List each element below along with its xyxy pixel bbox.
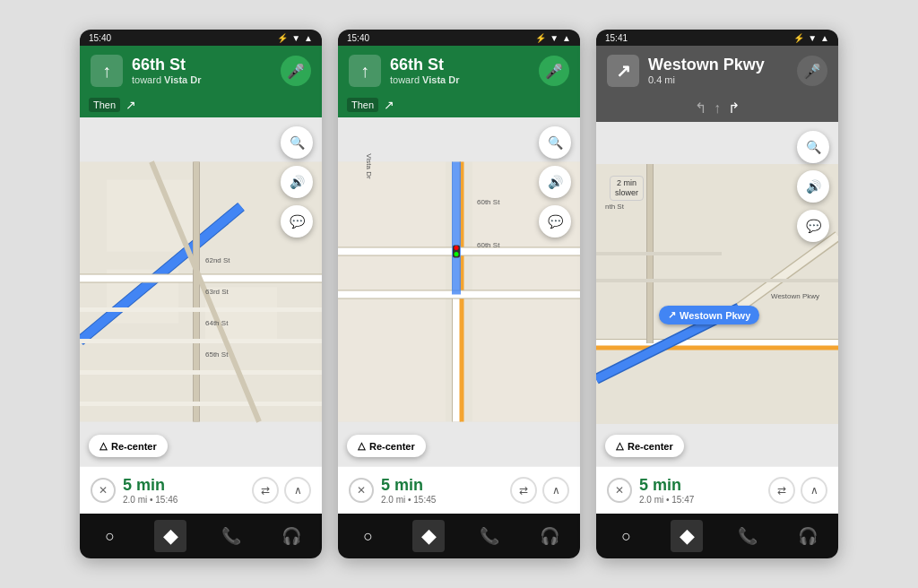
phone-btn-2[interactable]: 📞 (473, 520, 506, 552)
system-nav-2: ○ ◆ 📞 🎧 (338, 514, 580, 558)
label-60th-b: 60th St (477, 241, 499, 249)
mic-icon-2: 🎤 (545, 63, 563, 80)
street-name-3: Westown Pkwy (648, 56, 788, 74)
volume-btn-3[interactable]: 🔊 (797, 170, 829, 203)
label-63rd: 63rd St (205, 288, 229, 296)
direction-arrow-2: ↑ (360, 61, 369, 82)
then-bar-2: Then ↗ (338, 94, 580, 117)
street-toward-2: toward Vista Dr (390, 74, 530, 85)
home-btn-1[interactable]: ○ (94, 520, 126, 552)
phone-btn-3[interactable]: 📞 (732, 520, 764, 552)
nav-btn-2[interactable]: ◆ (412, 520, 445, 552)
then-bar-1: Then ↗ (80, 94, 322, 117)
time-3: 15:41 (605, 33, 628, 43)
nav-btn-3[interactable]: ◆ (671, 520, 703, 552)
mic-icon-3: 🎤 (803, 63, 821, 80)
home-btn-2[interactable]: ○ (352, 520, 385, 552)
label-nth-st: nth St (605, 203, 624, 211)
then-label-1: Then (89, 98, 120, 112)
status-icons-1: ⚡ ▼ ▲ (277, 33, 313, 43)
phone-screen-2: 15:40 ⚡ ▼ ▲ ↑ 66th St toward Vista Dr 🎤 … (338, 30, 580, 558)
recenter-label-3: Re-center (628, 441, 673, 452)
system-nav-3: ○ ◆ 📞 🎧 (596, 514, 838, 558)
lane-right-arrow: ↱ (728, 99, 740, 117)
home-btn-3[interactable]: ○ (611, 520, 643, 552)
direction-box-3: ↗ (607, 55, 639, 87)
mic-button-2[interactable]: 🎤 (539, 56, 569, 86)
then-label-2: Then (347, 98, 378, 112)
routes-btn-3[interactable]: ⇄ (768, 477, 795, 504)
eta-time-1: 5 min (123, 476, 245, 495)
routes-btn-2[interactable]: ⇄ (510, 477, 537, 504)
lane-arrows-3: ↰ ↑ ↱ (607, 99, 827, 117)
street-toward-1: toward Vista Dr (132, 74, 272, 85)
eta-info-1: 5 min 2.0 mi • 15:46 (123, 476, 245, 505)
close-btn-1[interactable]: ✕ (91, 478, 116, 503)
routes-btn-1[interactable]: ⇄ (252, 477, 279, 504)
chat-btn-1[interactable]: 💬 (281, 205, 313, 238)
system-nav-1: ○ ◆ 📞 🎧 (80, 514, 322, 558)
expand-btn-3[interactable]: ∧ (801, 477, 827, 504)
expand-btn-1[interactable]: ∧ (284, 477, 311, 504)
route-actions-2: ⇄ ∧ (510, 477, 569, 504)
bottom-bar-3: ✕ 5 min 2.0 mi • 15:47 ⇄ ∧ (596, 466, 838, 514)
street-info-3: Westown Pkwy 0.4 mi (648, 56, 788, 85)
direction-box-2: ↑ (349, 55, 381, 87)
slower-badge-3: 2 minslower (610, 176, 644, 201)
map-buttons-3: 🔍 🔊 💬 (797, 131, 829, 242)
chat-btn-3[interactable]: 💬 (797, 210, 829, 242)
route-label-arrow: ↗ (668, 309, 676, 321)
status-icons-2: ⚡ ▼ ▲ (535, 33, 571, 43)
recenter-btn-3[interactable]: △ Re-center (605, 435, 684, 457)
time-2: 15:40 (347, 33, 369, 43)
bottom-bar-2: ✕ 5 min 2.0 mi • 15:45 ⇄ ∧ (338, 466, 580, 514)
mic-button-1[interactable]: 🎤 (281, 56, 311, 86)
phone-btn-1[interactable]: 📞 (215, 520, 247, 552)
label-62nd: 62nd St (205, 256, 230, 264)
phone-screen-1: 15:40 ⚡ ▼ ▲ ↑ 66th St toward Vista Dr 🎤 … (80, 30, 322, 558)
street-info-2: 66th St toward Vista Dr (390, 56, 530, 85)
mic-icon-1: 🎤 (287, 63, 305, 80)
direction-box-1: ↑ (91, 55, 123, 87)
recenter-btn-2[interactable]: △ Re-center (347, 435, 426, 457)
recenter-icon-1: △ (100, 440, 107, 452)
lane-left-arrow: ↰ (695, 99, 706, 117)
music-btn-2[interactable]: 🎧 (533, 520, 566, 552)
recenter-label-1: Re-center (111, 441, 157, 452)
recenter-icon-2: △ (358, 440, 365, 452)
route-label-3: ↗ Westown Pkwy (659, 306, 759, 324)
music-btn-1[interactable]: 🎧 (275, 520, 307, 552)
then-arrow-1: ↗ (126, 98, 136, 112)
route-actions-3: ⇄ ∧ (768, 477, 827, 504)
map-buttons-1: 🔍 🔊 💬 (281, 126, 313, 238)
time-1: 15:40 (89, 33, 111, 43)
music-btn-3[interactable]: 🎧 (792, 520, 824, 552)
search-btn-1[interactable]: 🔍 (281, 126, 313, 159)
label-65th: 65th St (205, 350, 228, 359)
svg-point-28 (455, 252, 459, 256)
volume-btn-1[interactable]: 🔊 (281, 166, 313, 198)
close-btn-3[interactable]: ✕ (607, 478, 632, 503)
eta-details-1: 2.0 mi • 15:46 (123, 495, 245, 505)
distance-label-3: 0.4 mi (648, 74, 788, 85)
search-btn-2[interactable]: 🔍 (539, 126, 571, 159)
bottom-bar-1: ✕ 5 min 2.0 mi • 15:46 ⇄ ∧ (80, 466, 322, 514)
map-area-3: nth St Westown Pkwy 2 minslower ↗ Westow… (596, 122, 838, 466)
eta-time-3: 5 min (639, 476, 761, 495)
nav-btn-1[interactable]: ◆ (154, 520, 186, 552)
expand-btn-2[interactable]: ∧ (542, 477, 569, 504)
recenter-icon-3: △ (616, 440, 623, 452)
eta-info-2: 5 min 2.0 mi • 15:45 (381, 476, 503, 505)
search-btn-3[interactable]: 🔍 (797, 131, 829, 163)
volume-btn-2[interactable]: 🔊 (539, 166, 571, 198)
lane-bar-3: ↰ ↑ ↱ (596, 94, 838, 122)
mic-button-3[interactable]: 🎤 (797, 56, 827, 86)
phone-screen-3: 15:41 ⚡ ▼ ▲ ↗ Westown Pkwy 0.4 mi 🎤 ↰ ↑ (596, 30, 838, 558)
chat-btn-2[interactable]: 💬 (539, 205, 571, 238)
map-area-2: 60th St 60th St Vista Dr 🔍 🔊 💬 △ Re-cent… (338, 117, 580, 466)
close-btn-2[interactable]: ✕ (349, 478, 374, 503)
eta-details-3: 2.0 mi • 15:47 (639, 495, 761, 505)
nav-header-3: ↗ Westown Pkwy 0.4 mi 🎤 (596, 46, 838, 94)
lane-straight-arrow: ↑ (714, 100, 721, 117)
recenter-btn-1[interactable]: △ Re-center (89, 435, 168, 457)
